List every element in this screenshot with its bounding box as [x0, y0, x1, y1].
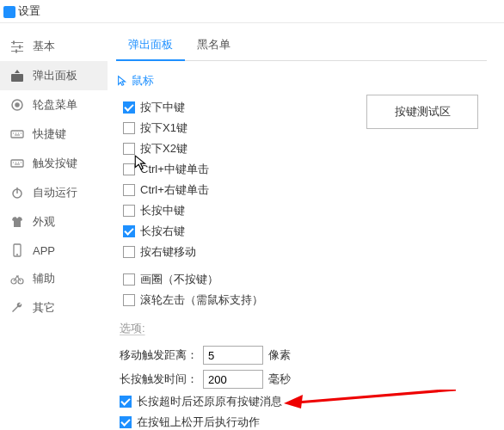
move-distance-input[interactable]: [203, 346, 263, 365]
check-label: 在按钮上松开后执行动作: [137, 415, 260, 430]
sidebar-label: 快捷键: [33, 126, 66, 142]
sidebar: 基本 弹出面板 轮盘菜单 快捷键 触发按键 自动运行 外观 APP 辅助 其它: [0, 23, 108, 430]
check-label: 画圈（不按键）: [140, 272, 218, 287]
check-label: 滚轮左击（需鼠标支持）: [140, 292, 263, 308]
long-press-input[interactable]: [203, 370, 263, 389]
check-label: 长按中键: [140, 203, 185, 218]
sidebar-item-app[interactable]: APP: [0, 236, 108, 264]
check-label: 按下中键: [140, 100, 185, 115]
keyboard-icon: [10, 127, 24, 141]
device-icon: [10, 243, 24, 257]
check-ctrl-mid[interactable]: Ctrl+中键单击: [116, 159, 487, 180]
svg-rect-1: [11, 46, 23, 47]
content-area: 弹出面板 黑名单 鼠标 按下中键 按下X1键 按下X2键 Ctrl+中键单击 C…: [108, 23, 504, 430]
opt-restore[interactable]: 长按超时后还原原有按键消息: [116, 391, 487, 412]
checkbox-icon: [120, 396, 132, 408]
window-title: 设置: [0, 0, 504, 23]
sidebar-label: 辅助: [33, 271, 55, 286]
app-icon: [3, 6, 15, 18]
svg-rect-6: [11, 74, 23, 82]
checkbox-icon: [123, 143, 135, 155]
check-long-mid[interactable]: 长按中键: [116, 200, 487, 221]
checkbox-icon: [123, 225, 135, 237]
check-label: 按右键移动: [140, 244, 196, 260]
checkbox-icon: [123, 273, 135, 286]
sidebar-item-assist[interactable]: 辅助: [0, 264, 108, 293]
bike-icon: [10, 272, 24, 286]
title-text: 设置: [18, 4, 40, 17]
wrench-icon: [10, 301, 24, 315]
section-mouse: 鼠标: [116, 73, 487, 89]
sidebar-item-other[interactable]: 其它: [0, 293, 108, 322]
wheel-icon: [10, 98, 24, 112]
opt-unit: 像素: [268, 347, 291, 363]
sidebar-label: 自动运行: [33, 185, 77, 200]
opt-long-press: 长按触发时间： 毫秒: [116, 367, 487, 391]
svg-rect-3: [13, 41, 15, 45]
sidebar-item-hotkey[interactable]: 快捷键: [0, 120, 108, 149]
sidebar-label: 其它: [33, 300, 55, 316]
sidebar-label: 外观: [33, 214, 55, 230]
check-right-move[interactable]: 按右键移动: [116, 242, 487, 262]
check-label: 按下X1键: [140, 120, 187, 136]
check-label: 长按超时后还原原有按键消息: [137, 394, 282, 409]
sidebar-label: 轮盘菜单: [33, 97, 77, 113]
checkbox-icon: [123, 101, 135, 114]
opt-label: 长按触发时间：: [120, 372, 198, 387]
checkbox-icon: [123, 163, 135, 175]
sidebar-item-wheel[interactable]: 轮盘菜单: [0, 90, 108, 120]
svg-rect-9: [11, 131, 23, 138]
check-x2[interactable]: 按下X2键: [116, 138, 487, 159]
checkbox-icon: [123, 122, 135, 134]
svg-rect-4: [19, 46, 21, 49]
checkbox-icon: [123, 294, 135, 306]
cursor-icon: [116, 75, 128, 87]
key-test-area[interactable]: 按键测试区: [366, 95, 478, 129]
opt-unit: 毫秒: [268, 372, 291, 387]
sidebar-item-trigger[interactable]: 触发按键: [0, 149, 108, 178]
check-label: 按下X2键: [140, 141, 187, 157]
options-heading: 选项:: [120, 321, 487, 336]
section-label: 鼠标: [132, 73, 154, 89]
sidebar-item-autorun[interactable]: 自动运行: [0, 178, 108, 207]
checkbox-icon: [123, 246, 135, 258]
svg-rect-5: [15, 50, 17, 53]
sidebar-label: APP: [33, 244, 55, 257]
tab-blacklist[interactable]: 黑名单: [185, 32, 243, 60]
opt-move-dist: 移动触发距离： 像素: [116, 343, 487, 367]
checkbox-icon: [123, 205, 135, 217]
check-ctrl-right[interactable]: Ctrl+右键单击: [116, 180, 487, 200]
svg-rect-10: [11, 160, 23, 167]
checkbox-icon: [120, 416, 132, 428]
tabs: 弹出面板 黑名单: [116, 32, 487, 61]
check-long-right[interactable]: 长按右键: [116, 221, 487, 242]
power-icon: [10, 186, 24, 200]
check-label: 长按右键: [140, 224, 185, 239]
sidebar-label: 弹出面板: [33, 68, 77, 83]
checkbox-icon: [123, 184, 135, 196]
opt-label: 移动触发距离：: [120, 347, 198, 363]
check-label: Ctrl+右键单击: [140, 182, 209, 198]
panel-icon: [10, 69, 24, 83]
sidebar-item-popup[interactable]: 弹出面板: [0, 61, 108, 90]
keyboard-icon: [10, 157, 24, 170]
svg-point-8: [15, 103, 19, 107]
sidebar-label: 触发按键: [33, 156, 77, 171]
sidebar-item-basic[interactable]: 基本: [0, 32, 108, 61]
check-circle[interactable]: 画圈（不按键）: [116, 269, 487, 290]
tab-popup[interactable]: 弹出面板: [116, 32, 185, 61]
sliders-icon: [10, 40, 24, 53]
sidebar-item-appearance[interactable]: 外观: [0, 207, 108, 236]
sidebar-label: 基本: [33, 39, 55, 54]
tshirt-icon: [10, 215, 24, 229]
opt-release[interactable]: 在按钮上松开后执行动作: [116, 412, 487, 430]
check-scroll-left[interactable]: 滚轮左击（需鼠标支持）: [116, 290, 487, 310]
check-label: Ctrl+中键单击: [140, 162, 209, 177]
